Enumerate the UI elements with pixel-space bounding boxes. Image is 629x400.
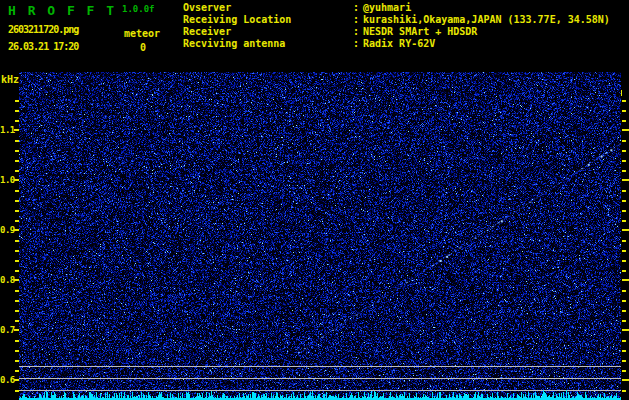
freq-minor-tick-right [622,310,626,312]
freq-minor-tick-right [622,150,626,152]
info-separator: : [353,14,363,26]
app-version: 1.0.0f [122,4,155,14]
freq-minor-tick-right [622,340,626,342]
freq-major-tick-right [622,179,629,181]
freq-minor-tick-right [622,300,626,302]
info-label: Recviving antenna [183,38,353,50]
freq-minor-tick-right [622,190,626,192]
freq-major-tick-right [622,329,629,331]
info-separator: : [353,26,363,38]
info-value: NESDR SMArt + HDSDR [363,26,477,38]
freq-minor-tick-right [622,110,626,112]
freq-axis-label: 0.9 [0,225,14,235]
hrofft-window: { "app": { "title": "H R O F F T", "vers… [0,0,629,400]
freq-minor-tick-right [622,140,626,142]
freq-minor-tick-right [622,320,626,322]
station-info-row: Recviving antenna:Radix RY-62V [183,38,610,50]
station-info-row: Ovserver:@yuhmari [183,2,610,14]
freq-minor-tick-right [622,350,626,352]
app-title: H R O F F T [8,3,116,18]
station-info-row: Receiving Location:kurashiki,Okayama,JAP… [183,14,610,26]
freq-minor-tick-right [622,370,626,372]
spectrogram-canvas [19,72,621,400]
freq-minor-tick-right [622,250,626,252]
freq-minor-tick-right [622,120,626,122]
station-info-row: Receiver:NESDR SMArt + HDSDR [183,26,610,38]
info-value: @yuhmari [363,2,411,14]
freq-major-tick-right [622,129,629,131]
info-value: kurashiki,Okayama,JAPAN (133.77E, 34.58N… [363,14,610,26]
freq-major-tick-right [622,279,629,281]
freq-major-tick-right [622,229,629,231]
info-label: Ovserver [183,2,353,14]
freq-minor-tick-right [622,200,626,202]
station-info-block: Ovserver:@yuhmariReceiving Location:kura… [183,2,610,50]
info-separator: : [353,2,363,14]
freq-minor-tick-right [622,390,626,392]
freq-minor-tick-right [622,220,626,222]
freq-axis-label: 1.0 [0,175,14,185]
info-value: Radix RY-62V [363,38,435,50]
mode-label: meteor [124,28,160,39]
freq-axis-label: 0.6 [0,375,14,385]
freq-axis-label: 1.1 [0,125,14,135]
freq-minor-tick-right [622,290,626,292]
freq-minor-tick-right [622,240,626,242]
freq-axis-label: 0.7 [0,325,14,335]
meteor-event-count: 0 [140,42,146,53]
info-separator: : [353,38,363,50]
freq-major-tick-right [622,379,629,381]
freq-minor-tick-right [622,270,626,272]
date-time: 26.03.21 17:20 [8,41,78,52]
info-label: Receiving Location [183,14,353,26]
output-filename: 2603211720.png [8,24,78,35]
freq-minor-tick-right [622,100,626,102]
freq-minor-tick-right [622,210,626,212]
freq-minor-tick-right [622,360,626,362]
freq-minor-tick-right [622,160,626,162]
freq-minor-tick-right [622,170,626,172]
freq-minor-tick-right [622,260,626,262]
frequency-unit-label: kHz [1,74,19,85]
info-label: Receiver [183,26,353,38]
freq-axis-label: 0.8 [0,275,14,285]
